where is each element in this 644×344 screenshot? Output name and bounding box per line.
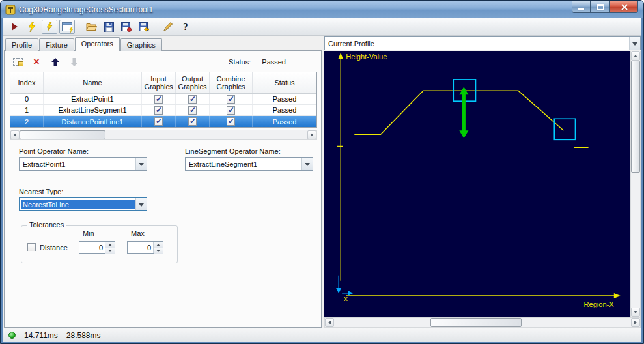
arrow-up-icon xyxy=(51,58,59,66)
input-graphics-checkbox[interactable] xyxy=(154,95,163,104)
tab-profile[interactable]: Profile xyxy=(5,38,38,51)
spin-up-button[interactable] xyxy=(105,242,115,248)
input-graphics-checkbox[interactable] xyxy=(154,117,163,126)
minimize-button[interactable] xyxy=(572,1,591,13)
linesegment-operator-combobox[interactable]: ExtractLineSegment1 xyxy=(185,157,313,171)
column-header-status[interactable]: Status xyxy=(253,72,316,93)
spin-down-button[interactable] xyxy=(154,248,163,254)
output-graphics-checkbox[interactable] xyxy=(188,95,197,104)
scroll-track[interactable] xyxy=(631,173,640,308)
combine-graphics-checkbox[interactable] xyxy=(227,95,235,104)
profile-plot[interactable]: Height-Value Region-X x xyxy=(324,51,630,317)
line-marker-box[interactable] xyxy=(554,119,575,139)
tab-graphics[interactable]: Graphics xyxy=(120,38,162,51)
output-graphics-checkbox[interactable] xyxy=(188,117,197,126)
scroll-track[interactable] xyxy=(522,318,631,327)
table-row[interactable]: 1 ExtractLineSegment1 Passed xyxy=(10,105,316,116)
column-header-input-graphics[interactable]: Input Graphics xyxy=(142,72,176,93)
scroll-right-button[interactable] xyxy=(631,318,640,327)
scroll-track[interactable] xyxy=(105,130,307,139)
combobox-value: ExtractLineSegment1 xyxy=(186,160,301,168)
electric-run-button[interactable] xyxy=(24,20,40,34)
edit-control-button[interactable] xyxy=(160,20,176,34)
chevron-down-icon[interactable] xyxy=(135,158,147,170)
spin-up-button[interactable] xyxy=(154,242,163,248)
scroll-right-button[interactable] xyxy=(307,130,316,139)
display-selector-combobox[interactable]: Current.Profile xyxy=(324,36,641,50)
scroll-thumb[interactable] xyxy=(631,61,640,173)
point-operator-combobox[interactable]: ExtractPoint1 xyxy=(19,157,147,171)
combine-graphics-checkbox[interactable] xyxy=(227,117,235,126)
cell-output xyxy=(176,105,210,115)
chevron-down-icon[interactable] xyxy=(135,198,147,210)
result-graphics-button[interactable] xyxy=(59,20,75,34)
linesegment-operator-label: LineSegment Operator Name: xyxy=(185,147,281,155)
move-down-button[interactable] xyxy=(68,55,81,68)
close-button[interactable] xyxy=(609,1,638,13)
combine-graphics-checkbox[interactable] xyxy=(227,106,235,115)
scroll-thumb[interactable] xyxy=(430,318,522,327)
scroll-left-button[interactable] xyxy=(10,130,20,139)
table-row[interactable]: 0 ExtractPoint1 Passed xyxy=(10,94,316,105)
min-label: Min xyxy=(83,229,94,237)
main-area: Profile Fixture Operators Graphics × xyxy=(3,36,641,328)
tabstrip: Profile Fixture Operators Graphics xyxy=(4,37,322,51)
tab-operators[interactable]: Operators xyxy=(75,37,120,51)
distance-checkbox[interactable] xyxy=(27,243,36,251)
add-operator-button[interactable] xyxy=(11,55,24,68)
combobox-value: ExtractPoint1 xyxy=(20,160,135,168)
distance-check-row: Distance xyxy=(27,243,68,251)
cell-combine xyxy=(210,116,253,127)
scroll-left-button[interactable] xyxy=(325,318,334,327)
scroll-up-button[interactable] xyxy=(631,51,640,61)
maximize-button[interactable] xyxy=(591,1,609,13)
minimize-icon xyxy=(578,8,584,10)
plot-vertical-scrollbar[interactable] xyxy=(630,51,641,317)
pencil-icon xyxy=(163,22,173,32)
distance-label: Distance xyxy=(40,244,68,251)
open-folder-icon xyxy=(86,22,97,31)
up-arrow-icon xyxy=(156,242,160,246)
save-record-button[interactable] xyxy=(119,20,134,34)
combobox-value: Current.Profile xyxy=(325,40,629,48)
scroll-track[interactable] xyxy=(334,318,430,327)
left-arrow-icon xyxy=(326,321,331,324)
save-button[interactable] xyxy=(101,20,117,34)
cell-output xyxy=(176,94,210,104)
max-spinner[interactable]: 0 xyxy=(127,241,163,254)
cell-index: 0 xyxy=(10,94,44,104)
spin-down-button[interactable] xyxy=(105,248,115,254)
cell-name: DistancePointLine1 xyxy=(44,116,142,127)
operators-table: Index Name Input Graphics Output Graphic… xyxy=(10,72,317,128)
combobox-value: NearestToLine xyxy=(21,200,135,209)
tab-fixture[interactable]: Fixture xyxy=(39,38,74,51)
column-header-combine-graphics[interactable]: Combine Graphics xyxy=(210,72,253,93)
run-button[interactable] xyxy=(7,20,22,34)
titlebar[interactable]: Cog3DRangeImageCrossSectionTool1 xyxy=(1,1,643,18)
input-graphics-checkbox[interactable] xyxy=(154,106,163,115)
plot-horizontal-scrollbar[interactable] xyxy=(324,317,641,328)
lightning-tool-icon xyxy=(46,22,53,31)
column-header-index[interactable]: Index xyxy=(10,72,44,93)
help-button[interactable]: ? xyxy=(178,20,193,34)
execution-time: 14.711ms xyxy=(24,331,58,340)
column-header-output-graphics[interactable]: Output Graphics xyxy=(176,72,210,93)
scroll-thumb[interactable] xyxy=(20,130,105,139)
chevron-down-icon[interactable] xyxy=(301,158,313,170)
move-up-button[interactable] xyxy=(49,55,62,68)
table-row-selected[interactable]: 2 DistancePointLine1 Passed xyxy=(10,116,316,127)
delete-operator-button[interactable]: × xyxy=(30,55,43,68)
min-spinner[interactable]: 0 xyxy=(79,241,115,254)
cell-input xyxy=(142,116,176,127)
scroll-down-button[interactable] xyxy=(631,308,640,317)
output-graphics-checkbox[interactable] xyxy=(188,106,197,115)
column-header-name[interactable]: Name xyxy=(44,72,142,93)
electric-tool-button[interactable] xyxy=(42,20,57,34)
nearest-type-combobox[interactable]: NearestToLine xyxy=(19,197,147,211)
open-button[interactable] xyxy=(83,20,99,34)
point-operator-label: Point Operator Name: xyxy=(19,147,89,155)
chevron-down-icon[interactable] xyxy=(629,37,640,50)
operators-toolbar: × Status: Passed xyxy=(11,55,318,69)
table-horizontal-scrollbar[interactable] xyxy=(10,130,317,140)
import-record-button[interactable] xyxy=(136,20,152,34)
